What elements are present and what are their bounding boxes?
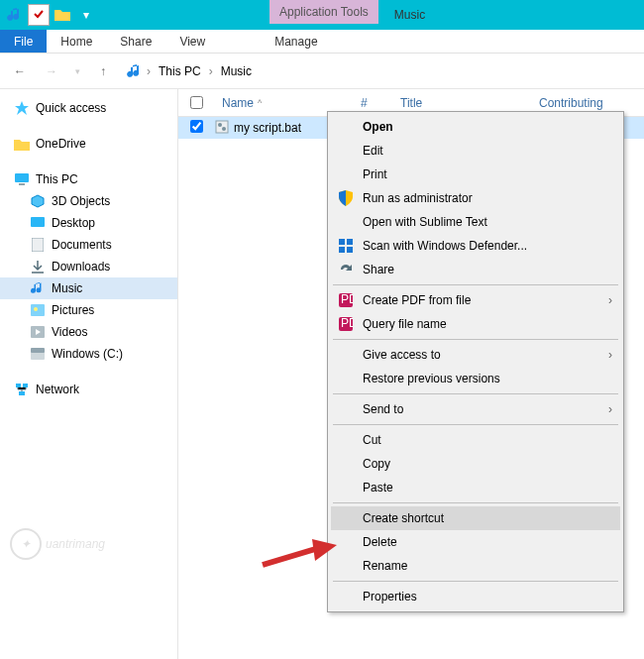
menu-query-file[interactable]: PDF Query file name [331,312,620,336]
sidebar-music[interactable]: Music [0,277,177,299]
sidebar-desktop[interactable]: Desktop [0,212,177,234]
download-icon [30,259,46,275]
column-name[interactable]: Name ^ [214,96,353,110]
breadcrumb[interactable]: › This PC › Music [123,60,636,82]
menu-copy[interactable]: Copy [331,452,620,476]
select-all-checkbox[interactable] [190,96,214,109]
menu-edit[interactable]: Edit [331,139,620,163]
pdf-icon: PDF [337,291,355,309]
menu-open-with-sublime[interactable]: Open with Sublime Text [331,210,620,234]
sidebar-onedrive[interactable]: OneDrive [0,133,177,155]
ribbon-tabs: File Home Share View Manage [0,30,644,54]
sidebar-label: This PC [36,172,78,186]
sidebar-downloads[interactable]: Downloads [0,256,177,277]
menu-send-to[interactable]: Send to › [331,397,620,421]
svg-rect-18 [347,247,353,253]
star-icon [14,100,30,116]
properties-icon[interactable] [28,4,50,26]
cube-icon [30,193,46,209]
menu-create-shortcut[interactable]: Create shortcut [331,506,620,530]
sidebar-label: Pictures [52,303,94,317]
menu-create-pdf[interactable]: PDF Create PDF from file › [331,288,620,312]
submenu-arrow-icon: › [608,293,612,307]
new-folder-icon[interactable] [52,4,73,26]
file-checkbox[interactable] [190,120,214,136]
batch-file-icon [214,119,232,138]
contextual-tab-application-tools[interactable]: Application Tools [269,0,378,24]
sidebar-label: 3D Objects [52,194,110,208]
column-contributing[interactable]: Contributing [531,96,630,110]
quick-access-toolbar: ▾ [0,0,101,30]
submenu-arrow-icon: › [608,348,612,362]
column-title[interactable]: Title [392,96,531,110]
menu-give-access[interactable]: Give access to › [331,343,620,367]
network-icon [14,382,30,397]
crumb-music[interactable]: Music [217,62,256,80]
svg-rect-11 [19,391,25,395]
sidebar-pictures[interactable]: Pictures [0,299,177,321]
svg-rect-10 [23,384,28,387]
sidebar-label: Videos [52,325,87,339]
menu-print[interactable]: Print [331,163,620,186]
sidebar-videos[interactable]: Videos [0,321,177,343]
svg-rect-7 [31,352,45,360]
tab-manage[interactable]: Manage [261,30,331,53]
menu-properties[interactable]: Properties [331,585,620,608]
tab-view[interactable]: View [165,30,219,53]
tab-share[interactable]: Share [106,30,165,53]
navigation-bar: ← → ▾ ↑ › This PC › Music [0,54,644,89]
videos-icon [30,324,46,340]
menu-separator [333,393,618,394]
tab-home[interactable]: Home [47,30,106,53]
chevron-right-icon[interactable]: › [147,64,151,78]
recent-dropdown[interactable]: ▾ [71,59,83,83]
sidebar-network[interactable]: Network [0,379,177,400]
menu-separator [333,284,618,285]
sidebar-this-pc[interactable]: This PC [0,168,177,190]
column-label: Name [222,96,254,110]
computer-icon [14,171,30,187]
menu-cut[interactable]: Cut [331,428,620,452]
crumb-this-pc[interactable]: This PC [155,62,205,80]
menu-open[interactable]: Open [331,115,620,139]
svg-rect-1 [19,183,25,185]
menu-share[interactable]: Share [331,258,620,281]
up-button[interactable]: ↑ [91,59,115,83]
sidebar-label: OneDrive [36,137,86,151]
svg-rect-15 [339,239,345,245]
menu-separator [333,581,618,582]
svg-rect-16 [347,239,353,245]
menu-scan-defender[interactable]: Scan with Windows Defender... [331,234,620,258]
context-menu: Open Edit Print Run as administrator Ope… [327,111,624,612]
tab-file[interactable]: File [0,30,47,53]
sidebar-documents[interactable]: Documents [0,234,177,256]
music-folder-icon[interactable] [4,4,26,26]
menu-paste[interactable]: Paste [331,476,620,499]
main-area: Quick access OneDrive This PC 3D Objects… [0,89,644,659]
sidebar-3d-objects[interactable]: 3D Objects [0,190,177,212]
column-number[interactable]: # [353,96,392,110]
qat-dropdown-icon[interactable]: ▾ [75,4,97,26]
menu-run-as-admin[interactable]: Run as administrator [331,186,620,210]
menu-delete[interactable]: Delete [331,530,620,554]
window-title: Music [378,0,441,30]
sidebar-windows-c[interactable]: Windows (C:) [0,343,177,365]
sidebar-label: Desktop [52,216,95,230]
svg-rect-17 [339,247,345,253]
menu-rename[interactable]: Rename [331,554,620,578]
file-name: my script.bat [232,121,301,135]
svg-point-5 [34,307,38,311]
svg-point-13 [218,123,222,127]
svg-text:PDF: PDF [341,293,353,306]
share-icon [337,261,355,278]
sidebar-quick-access[interactable]: Quick access [0,97,177,119]
forward-button[interactable]: → [40,59,63,83]
svg-rect-9 [16,384,21,387]
submenu-arrow-icon: › [608,402,612,416]
svg-rect-4 [31,304,45,316]
chevron-right-icon[interactable]: › [209,64,213,78]
menu-restore-previous[interactable]: Restore previous versions [331,367,620,390]
sidebar-label: Music [52,281,82,295]
sidebar-label: Downloads [52,260,110,274]
back-button[interactable]: ← [8,59,32,83]
